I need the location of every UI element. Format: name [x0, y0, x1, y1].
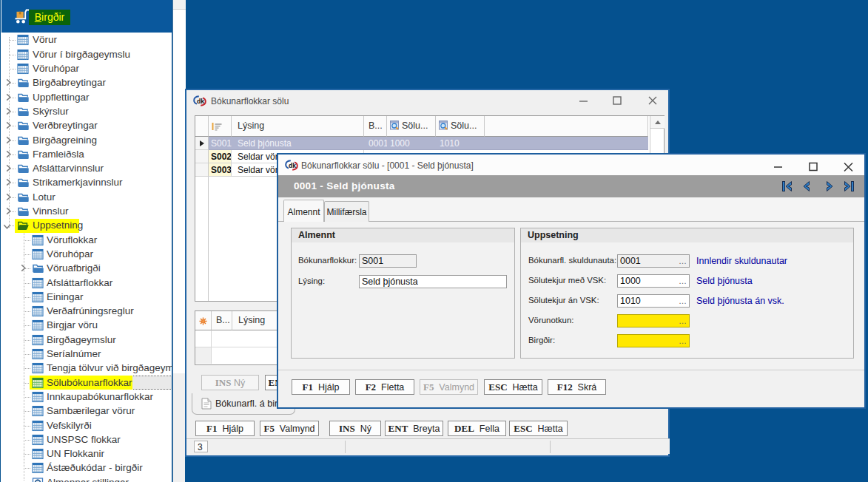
svg-text:dk: dk: [197, 98, 204, 105]
svg-text:dk: dk: [289, 162, 296, 169]
